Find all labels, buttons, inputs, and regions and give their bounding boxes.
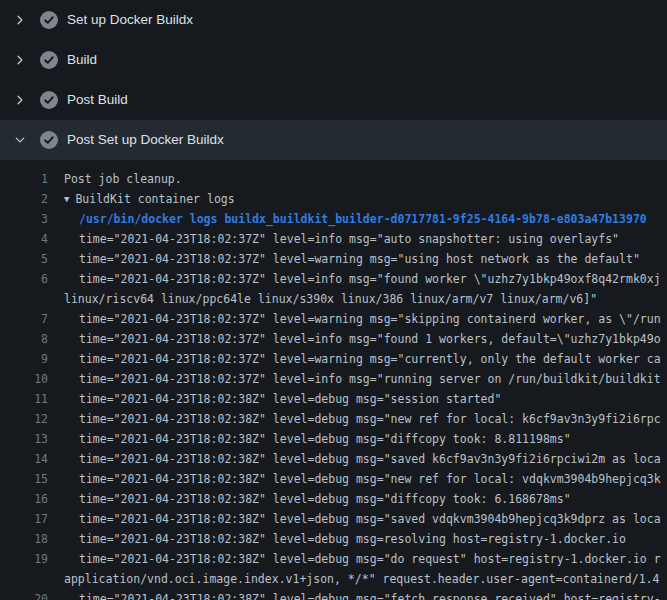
log-line-text: application/vnd.oci.image.index.v1+json,… (48, 569, 659, 589)
step-header-build[interactable]: Build (0, 40, 667, 80)
log-line: 2▼BuildKit container logs (0, 189, 667, 209)
log-line: 20time="2021-04-23T18:02:38Z" level=debu… (0, 589, 667, 600)
log-line: 16time="2021-04-23T18:02:38Z" level=debu… (0, 489, 667, 509)
log-line-number[interactable]: 1 (0, 169, 48, 189)
log-line: 7time="2021-04-23T18:02:37Z" level=warni… (0, 309, 667, 329)
log-line-text: time="2021-04-23T18:02:37Z" level=info m… (48, 229, 619, 249)
job-steps-list: Set up Docker BuildxBuildPost BuildPost … (0, 0, 667, 160)
log-line: 13time="2021-04-23T18:02:38Z" level=debu… (0, 429, 667, 449)
success-check-circle-icon (40, 131, 58, 149)
log-line-text: time="2021-04-23T18:02:38Z" level=debug … (48, 529, 626, 549)
log-line-number[interactable]: 6 (0, 269, 48, 289)
success-check-circle-icon (40, 91, 58, 109)
log-line-text: time="2021-04-23T18:02:37Z" level=info m… (48, 269, 661, 289)
step-header-set-up-docker-buildx[interactable]: Set up Docker Buildx (0, 0, 667, 40)
step-header-post-set-up-docker-buildx[interactable]: Post Set up Docker Buildx (0, 120, 667, 160)
log-command-text: /usr/bin/docker logs buildx_buildkit_bui… (48, 209, 647, 229)
step-label: Set up Docker Buildx (67, 0, 193, 40)
log-line: 17time="2021-04-23T18:02:38Z" level=debu… (0, 509, 667, 529)
log-line-text: time="2021-04-23T18:02:38Z" level=debug … (48, 509, 661, 529)
log-line-text: time="2021-04-23T18:02:38Z" level=debug … (48, 409, 661, 429)
group-collapse-triangle-icon[interactable]: ▼ (64, 189, 69, 209)
chevron-right-icon (12, 12, 28, 28)
log-line: 8time="2021-04-23T18:02:37Z" level=info … (0, 329, 667, 349)
log-line-number[interactable]: 20 (0, 589, 48, 600)
log-line: 19time="2021-04-23T18:02:38Z" level=debu… (0, 549, 667, 569)
log-group-title[interactable]: BuildKit container logs (75, 192, 234, 206)
log-line: application/vnd.oci.image.index.v1+json,… (0, 569, 667, 589)
log-line-number (0, 289, 48, 309)
log-line-text: time="2021-04-23T18:02:38Z" level=debug … (48, 389, 501, 409)
log-line-number[interactable]: 8 (0, 329, 48, 349)
log-line: 4time="2021-04-23T18:02:37Z" level=info … (0, 229, 667, 249)
log-line: 3/usr/bin/docker logs buildx_buildkit_bu… (0, 209, 667, 229)
log-line-text: linux/riscv64 linux/ppc64le linux/s390x … (48, 289, 597, 309)
log-line: 9time="2021-04-23T18:02:37Z" level=warni… (0, 349, 667, 369)
log-line: 11time="2021-04-23T18:02:38Z" level=debu… (0, 389, 667, 409)
log-line-text: Post job cleanup. (48, 169, 182, 189)
step-header-post-build[interactable]: Post Build (0, 80, 667, 120)
success-check-circle-icon (40, 11, 58, 29)
log-line-text: time="2021-04-23T18:02:38Z" level=debug … (48, 489, 571, 509)
log-line-number (0, 569, 48, 589)
step-label: Post Build (67, 80, 128, 120)
log-line-number[interactable]: 10 (0, 369, 48, 389)
log-line: 15time="2021-04-23T18:02:38Z" level=debu… (0, 469, 667, 489)
chevron-right-icon (12, 52, 28, 68)
log-line-number[interactable]: 13 (0, 429, 48, 449)
log-line-number[interactable]: 3 (0, 209, 48, 229)
log-line: linux/riscv64 linux/ppc64le linux/s390x … (0, 289, 667, 309)
log-line: 1Post job cleanup. (0, 169, 667, 189)
log-line-number[interactable]: 12 (0, 409, 48, 429)
success-check-circle-icon (40, 51, 58, 69)
log-line-text: time="2021-04-23T18:02:37Z" level=info m… (48, 329, 661, 349)
chevron-right-icon (12, 92, 28, 108)
log-line: 12time="2021-04-23T18:02:38Z" level=debu… (0, 409, 667, 429)
log-line-text: time="2021-04-23T18:02:37Z" level=warnin… (48, 309, 661, 329)
log-line-number[interactable]: 19 (0, 549, 48, 569)
log-line-text: time="2021-04-23T18:02:38Z" level=debug … (48, 589, 661, 600)
log-line-text: time="2021-04-23T18:02:38Z" level=debug … (48, 469, 661, 489)
log-line-number[interactable]: 11 (0, 389, 48, 409)
step-label: Post Set up Docker Buildx (67, 120, 224, 160)
log-line-number[interactable]: 5 (0, 249, 48, 269)
log-line: 6time="2021-04-23T18:02:37Z" level=info … (0, 269, 667, 289)
log-line-number[interactable]: 16 (0, 489, 48, 509)
log-line: 14time="2021-04-23T18:02:38Z" level=debu… (0, 449, 667, 469)
log-line-text: time="2021-04-23T18:02:37Z" level=warnin… (48, 249, 640, 269)
log-line-text: time="2021-04-23T18:02:38Z" level=debug … (48, 429, 571, 449)
log-line: 5time="2021-04-23T18:02:37Z" level=warni… (0, 249, 667, 269)
log-container: 1Post job cleanup.2▼BuildKit container l… (0, 160, 667, 600)
log-line-text: time="2021-04-23T18:02:38Z" level=debug … (48, 449, 661, 469)
log-line-number[interactable]: 17 (0, 509, 48, 529)
log-line-number[interactable]: 4 (0, 229, 48, 249)
log-line-text: ▼BuildKit container logs (48, 189, 235, 209)
log-line-number[interactable]: 14 (0, 449, 48, 469)
log-line-number[interactable]: 2 (0, 189, 48, 209)
log-line-number[interactable]: 9 (0, 349, 48, 369)
log-line: 18time="2021-04-23T18:02:38Z" level=debu… (0, 529, 667, 549)
log-line: 10time="2021-04-23T18:02:37Z" level=info… (0, 369, 667, 389)
log-line-text: time="2021-04-23T18:02:37Z" level=info m… (48, 369, 661, 389)
log-line-number[interactable]: 7 (0, 309, 48, 329)
step-label: Build (67, 40, 97, 80)
log-line-text: time="2021-04-23T18:02:38Z" level=debug … (48, 549, 661, 569)
chevron-down-icon (12, 132, 28, 148)
log-line-number[interactable]: 18 (0, 529, 48, 549)
log-line-number[interactable]: 15 (0, 469, 48, 489)
log-line-text: time="2021-04-23T18:02:37Z" level=warnin… (48, 349, 661, 369)
